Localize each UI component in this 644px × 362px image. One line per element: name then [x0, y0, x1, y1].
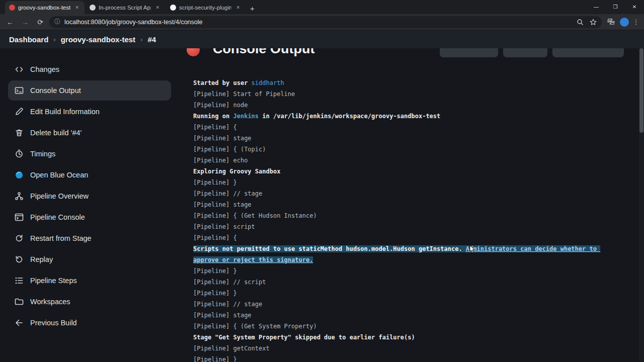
console-text: [Pipeline] getContext	[193, 345, 270, 352]
browser-tab-github[interactable]: script-security-plugin/src/main ✕	[166, 1, 246, 14]
console-text: Scripts not permitted to use staticMetho…	[193, 245, 466, 252]
browser-titlebar: groovy-sandbox-test #4 Cons ✕ In-process…	[0, 0, 644, 14]
sidebar-item-edit-build-information[interactable]: Edit Build Information	[8, 102, 171, 122]
sidebar-item-label: Workspaces	[30, 298, 70, 306]
tab-title: In-process Script Approval [Jen	[99, 5, 151, 11]
page-header: Console Output	[193, 48, 644, 73]
console-text: [Pipeline] Start of Pipeline	[193, 90, 295, 98]
sidebar-item-label: Edit Build Information	[30, 108, 100, 116]
browser-tab-console[interactable]: groovy-sandbox-test #4 Cons ✕	[5, 1, 85, 14]
sidebar-item-pipeline-steps[interactable]: Pipeline Steps	[8, 270, 171, 291]
console-line: [Pipeline] stage	[193, 133, 616, 144]
console-text: [Pipeline] node	[193, 102, 248, 109]
console-line: [Pipeline] script	[193, 221, 616, 232]
breadcrumb-dashboard[interactable]: Dashboard	[9, 35, 48, 44]
tab-title: groovy-sandbox-test #4 Cons	[18, 5, 70, 11]
tab-close-icon[interactable]: ✕	[154, 4, 161, 11]
console-text: [Pipeline] script	[193, 223, 255, 230]
sidebar-item-delete-build-4[interactable]: Delete build '#4'	[8, 123, 171, 143]
console-line: [Pipeline] // stage	[193, 188, 616, 199]
extensions-puzzle-icon[interactable]	[605, 16, 617, 28]
build-status-failed-icon	[187, 48, 200, 56]
browser-menu-icon[interactable]: ⋮	[632, 18, 640, 26]
sidebar: ChangesConsole OutputEdit Build Informat…	[0, 48, 179, 362]
console-text: [Pipeline] echo	[193, 157, 248, 164]
console-line: [Pipeline] { (Get Hudson Instance)	[193, 210, 616, 221]
sidebar-item-console-output[interactable]: Console Output	[8, 80, 171, 101]
sidebar-item-pipeline-overview[interactable]: Pipeline Overview	[8, 186, 171, 206]
sidebar-item-open-blue-ocean[interactable]: Open Blue Ocean	[8, 165, 171, 185]
forward-button[interactable]: →	[19, 16, 31, 28]
chevron-right-icon: ›	[53, 36, 55, 43]
scrollbar[interactable]	[639, 48, 644, 362]
console-text: [Pipeline] stage	[193, 312, 252, 319]
console-line: [Pipeline] {	[193, 122, 616, 133]
site-info-icon[interactable]: ⓘ	[54, 18, 60, 26]
console-line: [Pipeline] }	[193, 288, 616, 299]
sidebar-item-timings[interactable]: Timings	[8, 144, 171, 164]
changes-icon	[14, 64, 24, 74]
page-title: Console Output	[213, 48, 314, 57]
console-line: Running on Jenkins in /var/lib/jenkins/w…	[193, 111, 616, 122]
window-close-button[interactable]: ✕	[625, 0, 644, 14]
sidebar-item-label: Pipeline Overview	[30, 192, 89, 200]
sidebar-item-previous-build[interactable]: Previous Build	[8, 313, 171, 333]
profile-avatar[interactable]	[620, 18, 629, 27]
console-text: [Pipeline] }	[193, 356, 237, 362]
header-action-button[interactable]	[503, 48, 547, 57]
console-log: Started by user siddharth[Pipeline] Star…	[193, 77, 616, 362]
sidebar-item-replay[interactable]: Replay	[8, 249, 171, 269]
console-line: [Pipeline] stage	[193, 310, 616, 321]
header-action-button[interactable]	[440, 48, 498, 57]
browser-toolbar: ← → ⟳ ⓘ localhost:8080/job/groovy-sandbo…	[0, 14, 644, 30]
new-tab-button[interactable]: +	[246, 4, 259, 13]
pipeline-overview-icon	[14, 191, 24, 201]
console-line: Stage "Get System Property" skipped due …	[193, 332, 616, 343]
trash-icon	[14, 128, 24, 138]
bookmark-star-icon[interactable]	[590, 19, 597, 26]
sidebar-item-label: Pipeline Steps	[30, 277, 77, 285]
window-controls: — ❐ ✕	[587, 0, 644, 14]
breadcrumb: Dashboard › groovy-sandbox-test › #4	[0, 30, 644, 48]
sidebar-item-label: Pipeline Console	[30, 213, 85, 221]
console-text: Started by user	[193, 79, 252, 86]
console-link[interactable]: siddharth	[252, 79, 284, 86]
header-action-button[interactable]	[552, 48, 624, 57]
refresh-button[interactable]: ⟳	[34, 16, 46, 28]
tab-favicon-icon	[9, 5, 15, 11]
tab-favicon-icon	[170, 5, 176, 11]
workspaces-icon	[14, 297, 24, 307]
browser-tab-script-approval[interactable]: In-process Script Approval [Jen ✕	[86, 1, 165, 14]
window-maximize-button[interactable]: ❐	[606, 0, 625, 14]
address-bar[interactable]: ⓘ localhost:8080/job/groovy-sandbox-test…	[49, 16, 602, 28]
back-button[interactable]: ←	[4, 16, 16, 28]
window-minimize-button[interactable]: —	[587, 0, 606, 14]
scrollbar-thumb[interactable]	[639, 48, 643, 133]
sidebar-item-label: Previous Build	[30, 319, 77, 327]
console-text: [Pipeline] // stage	[193, 190, 262, 197]
console-text: [Pipeline] stage	[193, 135, 252, 142]
tab-close-icon[interactable]: ✕	[234, 4, 242, 11]
pipeline-console-icon	[14, 212, 24, 222]
tab-favicon-icon	[90, 5, 96, 11]
console-text: [Pipeline] stage	[193, 201, 252, 208]
sidebar-item-label: Console Output	[30, 86, 81, 95]
sidebar-item-restart-from-stage[interactable]: Restart from Stage	[8, 228, 171, 248]
console-line: [Pipeline] // script	[193, 277, 616, 288]
tab-close-icon[interactable]: ✕	[73, 4, 80, 11]
breadcrumb-job[interactable]: groovy-sandbox-test	[61, 35, 135, 44]
breadcrumb-build[interactable]: #4	[147, 35, 156, 44]
console-text: [Pipeline] // script	[193, 279, 266, 286]
sidebar-item-changes[interactable]: Changes	[8, 59, 171, 79]
console-line: [Pipeline] Start of Pipeline	[193, 88, 616, 100]
sidebar-item-label: Changes	[30, 65, 59, 73]
console-link[interactable]: Jenkins	[233, 113, 259, 120]
sidebar-item-label: Restart from Stage	[30, 234, 92, 242]
search-icon[interactable]	[577, 19, 584, 26]
tab-title: script-security-plugin/src/main	[179, 5, 231, 11]
sidebar-item-workspaces[interactable]: Workspaces	[8, 292, 171, 312]
timings-icon	[14, 149, 24, 159]
sidebar-item-pipeline-console[interactable]: Pipeline Console	[8, 207, 171, 227]
console-line: [Pipeline] stage	[193, 199, 616, 210]
sidebar-item-label: Replay	[30, 255, 53, 263]
